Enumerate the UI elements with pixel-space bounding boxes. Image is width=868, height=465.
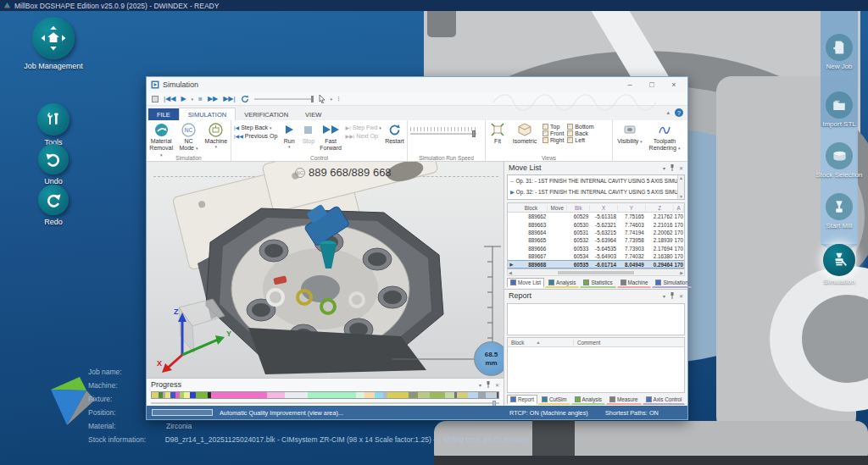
loop-restart-icon[interactable] — [241, 95, 249, 103]
move-table-column-header[interactable]: X — [590, 205, 618, 211]
toolpath-progress-strip[interactable] — [151, 391, 499, 399]
move-table-column-header[interactable]: Move — [548, 205, 567, 211]
sidebar-item-redo[interactable]: Redo — [15, 185, 92, 226]
sidebar-item-new-job[interactable]: New Job — [810, 34, 868, 70]
restart-button[interactable]: Restart — [385, 122, 404, 145]
next-op-button[interactable]: ▶▶|Next Op — [346, 133, 381, 139]
step-back-button[interactable]: |◀Step Back▾ — [234, 125, 277, 130]
isometric-view-button[interactable]: Isometric — [510, 122, 539, 145]
snapshot-icon[interactable] — [152, 96, 159, 102]
minimize-button[interactable]: – — [620, 80, 639, 89]
table-row[interactable]: ▶88966860535-6.017148.049490.29464170 — [508, 260, 684, 268]
panel-pin-icon[interactable] — [486, 381, 491, 388]
simulation-3d-viewport[interactable]: Z Y X NC 889 668/889 668 68.5 mm — [147, 162, 504, 378]
table-row[interactable]: 88966560532-5.639647.739582.18939170 — [508, 236, 684, 244]
panel-close-icon[interactable]: ✕ — [495, 382, 499, 388]
toolpath-rendering-button[interactable]: Toolpath Rendering ▾ — [648, 122, 682, 152]
movelist-tab-move-list[interactable]: Move List — [507, 278, 544, 288]
visibility-button[interactable]: Visibility ▾ — [615, 122, 644, 145]
machine-button[interactable]: Machine ▾ — [204, 122, 228, 150]
cursor-dropdown-caret-icon[interactable]: ▾ — [331, 97, 333, 102]
table-cell: -5.64535 — [590, 246, 618, 252]
sidebar-item-undo[interactable]: Undo — [15, 144, 92, 185]
movelist-tab-statistics[interactable]: Statistics — [580, 278, 615, 288]
previous-op-button[interactable]: |◀◀Previous Op — [234, 133, 277, 139]
timeline-slider[interactable] — [254, 98, 314, 100]
panel-dropdown-icon[interactable]: ▾ — [663, 165, 665, 171]
tab-simulation[interactable]: SIMULATION — [179, 108, 236, 120]
movelist-tab-machine[interactable]: Machine — [617, 278, 652, 288]
panel-dropdown-icon[interactable]: ▾ — [479, 382, 481, 388]
sidebar-item-job-management[interactable]: Job Management — [7, 17, 100, 70]
button-label: Isometric — [513, 138, 537, 145]
step-fwd-button[interactable]: ▶|Step Fwd▾ — [346, 125, 381, 130]
view-right-button[interactable]: Right — [542, 137, 564, 143]
view-bottom-button[interactable]: Bottom — [567, 124, 593, 130]
run-button[interactable]: Run ▾ — [281, 122, 298, 150]
panel-dropdown-icon[interactable]: ▾ — [663, 293, 665, 299]
operation-item-selected[interactable]: ▶Op. 32: - 1ST FINISH THE INTERNAL CAVIT… — [508, 186, 684, 197]
sidebar-item-tools[interactable]: Tools — [15, 103, 92, 147]
sidebar-item-import-stl[interactable]: Import STL — [810, 91, 868, 128]
view-front-button[interactable]: Front — [542, 130, 564, 136]
sidebar-item-simulation[interactable]: Simulation — [810, 244, 868, 285]
view-top-button[interactable]: Top — [542, 124, 564, 130]
skip-to-end-button[interactable]: ▶▶| — [223, 95, 235, 102]
move-table[interactable]: BlockMoveBlkXYZA 88966260529-5.613187.75… — [507, 202, 685, 269]
report-table-header[interactable]: Block▲ Comment — [507, 337, 685, 347]
table-row[interactable]: 88966660533-5.645357.739032.17694170 — [508, 245, 684, 252]
movelist-tab-analysis[interactable]: Analysis — [545, 278, 579, 288]
play-button[interactable]: ▶ — [181, 95, 186, 102]
play-dropdown-caret-icon[interactable]: ▾ — [192, 97, 194, 102]
stop-button-ribbon[interactable]: Stop — [301, 122, 316, 145]
tab-file[interactable]: FILE — [148, 108, 179, 120]
help-button[interactable]: ? — [675, 108, 683, 117]
close-button[interactable]: × — [665, 80, 683, 89]
tree-vertical-scrollbar[interactable]: ▲▼ — [677, 175, 684, 199]
move-table-column-header[interactable]: Blk — [567, 205, 590, 211]
material-removal-button[interactable]: Material Removal ▾ — [149, 122, 173, 158]
movelist-tab-simulation[interactable]: Simulation — [652, 278, 691, 288]
skip-to-start-button[interactable]: |◀◀ — [164, 95, 175, 102]
stop-button[interactable]: ■ — [198, 95, 203, 102]
move-table-column-header[interactable]: Block — [515, 205, 548, 211]
move-table-column-header[interactable]: Z — [646, 205, 675, 211]
toolbar-options-icon[interactable]: ⁝ — [337, 95, 340, 102]
panel-pin-icon[interactable] — [670, 164, 675, 171]
sidebar-item-start-mill[interactable]: Start Mill — [810, 193, 868, 230]
move-table-column-header[interactable]: Y — [618, 205, 646, 211]
view-back-button[interactable]: Back — [567, 130, 593, 136]
report-tab-axis-control[interactable]: Axis Control — [643, 395, 686, 405]
panel-close-icon[interactable]: ✕ — [679, 293, 683, 299]
simulation-speed-slider[interactable] — [410, 127, 476, 135]
report-tab-report[interactable]: Report — [507, 395, 537, 405]
report-tab-cutsim[interactable]: CutSim — [538, 395, 570, 405]
table-row[interactable]: 88966260529-5.613187.751652.21762170 — [508, 213, 684, 220]
operation-item[interactable]: ─Op. 31: - 1ST FINISH THE INTERNAL CAVIT… — [508, 175, 684, 186]
fit-view-button[interactable]: Fit — [488, 122, 507, 145]
view-left-button[interactable]: Left — [567, 137, 593, 143]
panel-close-icon[interactable]: ✕ — [679, 165, 683, 171]
sidebar-item-stock-selection[interactable]: Stock Selection — [810, 142, 868, 179]
table-row[interactable]: 88966460531-5.632157.741942.20062170 — [508, 229, 684, 236]
tab-verification[interactable]: VERIFICATION — [236, 108, 297, 120]
cursor-select-icon[interactable] — [319, 95, 326, 103]
move-table-header[interactable]: BlockMoveBlkXYZA — [508, 203, 684, 213]
tab-icon — [609, 396, 615, 402]
move-table-column-header[interactable]: A — [674, 205, 684, 211]
fast-forward-button[interactable]: ▶▶ — [208, 95, 218, 102]
nc-mode-button[interactable]: NC NC Mode ▾ — [176, 122, 200, 152]
report-tab-analysis[interactable]: Analysis — [571, 395, 605, 405]
tab-icon — [510, 396, 516, 402]
table-row[interactable]: 88966760534-5.649037.740322.16380170 — [508, 252, 684, 260]
report-col-block[interactable]: Block — [511, 340, 524, 346]
report-tab-measure[interactable]: Measure — [606, 395, 642, 405]
table-row[interactable]: 88966360530-5.623217.746032.21016170 — [508, 220, 684, 228]
tab-view[interactable]: VIEW — [297, 108, 330, 120]
operation-tree[interactable]: ─Op. 31: - 1ST FINISH THE INTERNAL CAVIT… — [507, 174, 685, 200]
maximize-button[interactable]: □ — [643, 80, 661, 89]
table-horizontal-scrollbar[interactable]: ◀▶ — [507, 269, 685, 276]
report-col-comment[interactable]: Comment — [574, 340, 600, 346]
panel-pin-icon[interactable] — [670, 292, 675, 299]
fast-forward-button-ribbon[interactable]: Fast Forward — [320, 122, 342, 152]
